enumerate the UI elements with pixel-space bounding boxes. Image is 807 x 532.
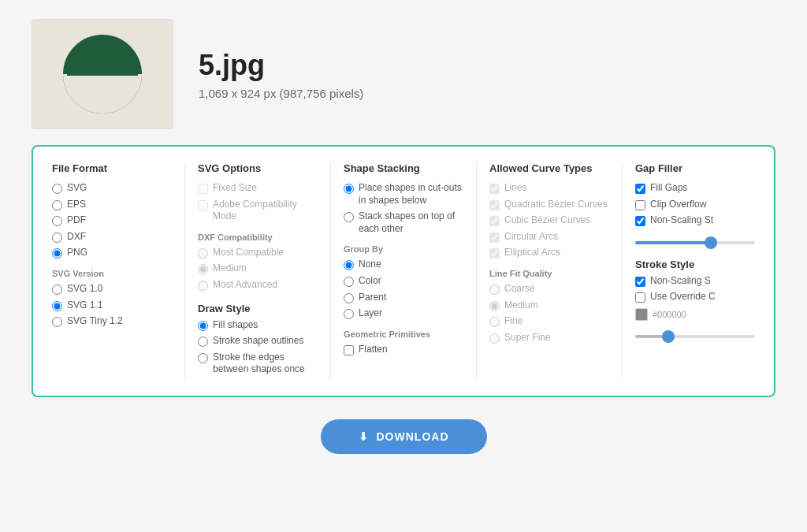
draw-stroke-outline[interactable]: Stroke shape outlines [198,335,318,348]
fill-gaps-option[interactable]: Fill Gaps [635,182,755,195]
dxf-medium[interactable]: Medium [198,262,318,275]
color-value: #000000 [653,310,686,319]
draw-stroke-edges[interactable]: Stroke the edges between shapes once [198,352,318,376]
stroke-non-scaling[interactable]: Non-Scaling S [635,275,755,288]
shape-stacking-section: Shape Stacking Place shapes in cut-outs … [331,162,477,380]
line-fit-coarse[interactable]: Coarse [489,283,609,296]
group-color-label: Color [359,275,381,288]
quad-bezier-label: Quadratic Bézier Curves [504,199,608,211]
elliptical-arcs-label: Elliptical Arcs [504,247,560,259]
color-swatch[interactable] [635,308,648,321]
group-color[interactable]: Color [344,275,463,288]
format-png-label: PNG [67,247,87,259]
circular-arcs-label: Circular Arcs [504,231,558,244]
stroke-slider-container [635,327,755,341]
group-none[interactable]: None [344,259,463,271]
dxf-advanced-label: Most Advanced [213,279,277,292]
format-pdf-label: PDF [67,214,86,227]
stroke-use-override-label: Use Override C [650,291,716,303]
svg-version-title: SVG Version [52,269,172,278]
group-none-label: None [359,259,381,271]
flatten-label: Flatten [359,344,388,356]
group-layer-label: Layer [359,307,382,320]
download-button[interactable]: ⬇ DOWNLOAD [321,419,487,454]
file-info: 5.jpg 1,069 x 924 px (987,756 pixels) [199,49,363,100]
top-section: 5.jpg 1,069 x 924 px (987,756 pixels) [0,0,807,145]
clip-overflow-label: Clip Overflow [650,199,706,211]
svg-v10-label: SVG 1.0 [67,283,102,296]
format-svg-label: SVG [67,182,87,195]
dxf-most-label: Most Compatible [213,247,284,259]
line-fit-superfine-label: Super Fine [504,332,551,344]
cubic-bezier-option[interactable]: Cubic Bézier Curves [489,214,609,227]
stroke-style-title: Stroke Style [635,259,755,270]
quad-bezier-option[interactable]: Quadratic Bézier Curves [489,199,609,211]
line-fit-medium-label: Medium [504,299,538,312]
non-scaling-label: Non-Scaling St [650,214,713,227]
draw-fill-label: Fill shapes [213,319,258,332]
non-scaling-option[interactable]: Non-Scaling St [635,214,755,227]
fill-gaps-label: Fill Gaps [650,182,687,195]
cubic-bezier-label: Cubic Bézier Curves [504,214,590,227]
draw-fill[interactable]: Fill shapes [198,319,318,332]
line-fit-fine[interactable]: Fine [489,315,609,328]
stack-top-label: Stack shapes on top of each other [359,210,463,235]
flatten-option[interactable]: Flatten [344,344,463,356]
format-dxf[interactable]: DXF [52,231,172,244]
stroke-slider[interactable] [635,335,755,338]
svg-rect-4 [67,73,138,76]
file-name: 5.jpg [199,49,363,82]
fixed-size-label: Fixed Size [213,182,257,195]
line-fit-superfine[interactable]: Super Fine [489,332,609,344]
svg-v11-label: SVG 1.1 [67,299,102,312]
elliptical-arcs-option[interactable]: Elliptical Arcs [489,247,609,259]
line-fit-fine-label: Fine [504,315,523,328]
svg-options-section: SVG Options Fixed Size Adobe Compatibili… [185,162,331,380]
file-format-title: File Format [52,162,172,174]
download-section: ⬇ DOWNLOAD [0,397,807,470]
stroke-non-scaling-label: Non-Scaling S [650,275,711,288]
curve-types-title: Allowed Curve Types [489,162,609,174]
format-eps-label: EPS [67,199,86,211]
dxf-compat-title: DXF Compatibility [198,233,318,242]
stack-cutout-label: Place shapes in cut-outs in shapes below [359,182,463,206]
format-pdf[interactable]: PDF [52,214,172,227]
geo-prim-title: Geometric Primitives [344,329,463,339]
gap-filler-title: Gap Filler [635,162,755,174]
download-icon: ⬇ [359,430,369,443]
format-eps[interactable]: EPS [52,199,172,211]
draw-stroke-label: Stroke shape outlines [213,335,303,348]
adobe-compat-label: Adobe Compatibility Mode [213,199,318,223]
download-label: DOWNLOAD [377,430,449,443]
lines-label: Lines [504,182,527,195]
stroke-use-override[interactable]: Use Override C [635,291,755,303]
dxf-medium-label: Medium [213,262,247,275]
file-dimensions: 1,069 x 924 px (987,756 pixels) [199,87,363,100]
lines-option[interactable]: Lines [489,182,609,195]
svg-v11[interactable]: SVG 1.1 [52,299,172,312]
line-fit-medium[interactable]: Medium [489,299,609,312]
stack-cutout[interactable]: Place shapes in cut-outs in shapes below [344,182,463,206]
gap-slider[interactable] [635,241,755,244]
svg-v10[interactable]: SVG 1.0 [52,283,172,296]
image-preview [32,19,173,129]
clip-overflow-option[interactable]: Clip Overflow [635,199,755,211]
format-svg[interactable]: SVG [52,182,172,195]
fixed-size-option[interactable]: Fixed Size [198,182,318,195]
format-png[interactable]: PNG [52,247,172,259]
draw-style-title: Draw Style [198,303,318,314]
group-layer[interactable]: Layer [344,307,463,320]
file-format-section: File Format SVG EPS PDF DXF PNG SVG Vers… [49,162,185,380]
svg-options-title: SVG Options [198,162,318,174]
adobe-compat-option[interactable]: Adobe Compatibility Mode [198,199,318,223]
shape-stacking-title: Shape Stacking [344,162,463,174]
stack-top[interactable]: Stack shapes on top of each other [344,210,463,235]
dxf-most-advanced[interactable]: Most Advanced [198,279,318,292]
dxf-most-compat[interactable]: Most Compatible [198,247,318,259]
color-row: #000000 [635,308,755,321]
group-parent[interactable]: Parent [344,292,463,304]
line-fit-coarse-label: Coarse [504,283,535,296]
circular-arcs-option[interactable]: Circular Arcs [489,231,609,244]
line-fit-title: Line Fit Quality [489,269,609,278]
svg-vtiny[interactable]: SVG Tiny 1.2 [52,315,172,328]
